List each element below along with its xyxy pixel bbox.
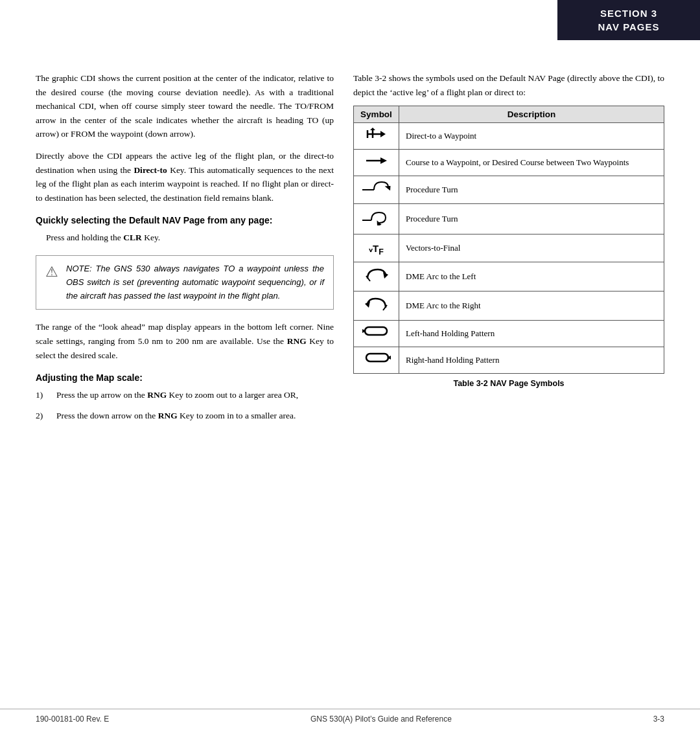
symbol-proc-turn-1 [354, 176, 399, 204]
page-header: SECTION 3 NAV PAGES [557, 0, 700, 40]
item-num-1: 1) [36, 388, 49, 402]
col-header-symbol: Symbol [354, 106, 399, 123]
footer-center: GNS 530(A) Pilot’s Guide and Reference [310, 714, 452, 724]
list-item: 2) Press the down arrow on the RNG Key t… [36, 409, 334, 423]
symbol-hold-left [354, 320, 399, 347]
para3: The range of the “look ahead” map displa… [36, 320, 334, 362]
desc-hold-right: Right-hand Holding Pattern [399, 347, 664, 373]
para2-bold: Direct-to [134, 165, 167, 175]
desc-arc-left: DME Arc to the Left [399, 262, 664, 291]
table-row: Direct-to a Waypoint [354, 123, 664, 150]
table-row: Procedure Turn [354, 204, 664, 234]
desc-proc-turn-2: Procedure Turn [399, 204, 664, 234]
item-text-1: Press the up arrow on the RNG Key to zoo… [56, 388, 298, 402]
symbol-hold-right [354, 347, 399, 373]
table-row: DME Arc to the Left [354, 262, 664, 291]
desc-arc-right: DME Arc to the Right [399, 291, 664, 320]
press-pre: Press and holding the [46, 233, 123, 242]
svg-marker-4 [370, 128, 375, 130]
symbol-proc-turn-2 [354, 204, 399, 234]
symbol-vtf: ᵥTF [354, 234, 399, 262]
item-text-2: Press the down arrow on the RNG Key to z… [56, 409, 296, 423]
nav-symbols-table: Symbol Description [353, 106, 664, 374]
clr-key: CLR [123, 233, 142, 242]
section-title: NAV PAGES [577, 20, 681, 34]
footer-left: 190-00181-00 Rev. E [36, 714, 109, 724]
note-box: ⚠ NOTE: The GNS 530 always navigates TO … [36, 255, 334, 310]
list-item: 1) Press the up arrow on the RNG Key to … [36, 388, 334, 402]
para1: The graphic CDI shows the current positi… [36, 71, 334, 141]
table-intro: Table 3-2 shows the symbols used on the … [353, 71, 664, 99]
item-num-2: 2) [36, 409, 49, 423]
desc-vtf: Vectors-to-Final [399, 234, 664, 262]
symbol-direct-to [354, 123, 399, 150]
rng-key: RNG [287, 336, 307, 346]
section-heading-nav: Quickly selecting the Default NAV Page f… [36, 215, 334, 225]
table-row: Right-hand Holding Pattern [354, 347, 664, 373]
symbol-arc-left [354, 262, 399, 291]
para2: Directly above the CDI appears the activ… [36, 149, 334, 205]
note-text: NOTE: The GNS 530 always navigates TO a … [66, 262, 324, 303]
symbol-arc-right [354, 291, 399, 320]
desc-proc-turn-1: Procedure Turn [399, 176, 664, 204]
footer-right: 3-3 [653, 714, 664, 724]
desc-direct-to: Direct-to a Waypoint [399, 123, 664, 150]
press-post: Key. [142, 233, 160, 242]
section-label: SECTION 3 [577, 6, 681, 20]
numbered-list: 1) Press the up arrow on the RNG Key to … [36, 388, 334, 422]
table-row: Procedure Turn [354, 176, 664, 204]
col-header-description: Description [399, 106, 664, 123]
svg-rect-18 [366, 354, 388, 361]
table-row: DME Arc to the Right [354, 291, 664, 320]
table-row: ᵥTF Vectors-to-Final [354, 234, 664, 262]
table-row: Left-hand Holding Pattern [354, 320, 664, 347]
table-caption: Table 3-2 NAV Page Symbols [353, 379, 664, 388]
desc-hold-left: Left-hand Holding Pattern [399, 320, 664, 347]
press-instruction: Press and holding the CLR Key. [46, 231, 334, 245]
page-footer: 190-00181-00 Rev. E GNS 530(A) Pilot’s G… [0, 709, 700, 724]
symbol-course [354, 150, 399, 176]
table-row: Course to a Waypoint, or Desired Course … [354, 150, 664, 176]
note-icon: ⚠ [45, 264, 58, 280]
adj-heading: Adjusting the Map scale: [36, 372, 334, 383]
svg-rect-15 [365, 327, 387, 335]
left-column: The graphic CDI shows the current positi… [36, 71, 334, 429]
svg-marker-6 [380, 157, 387, 164]
svg-marker-1 [380, 131, 386, 137]
right-column: Table 3-2 shows the symbols used on the … [353, 71, 664, 429]
desc-course: Course to a Waypoint, or Desired Course … [399, 150, 664, 176]
